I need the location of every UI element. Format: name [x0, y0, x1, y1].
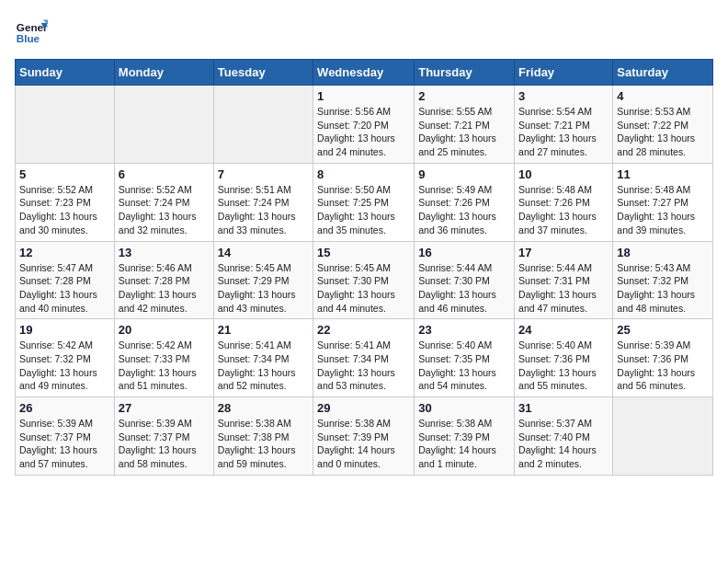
- day-info: Sunrise: 5:44 AM Sunset: 7:30 PM Dayligh…: [418, 261, 510, 316]
- calendar-week-row: 1Sunrise: 5:56 AM Sunset: 7:20 PM Daylig…: [16, 86, 713, 164]
- day-info: Sunrise: 5:38 AM Sunset: 7:39 PM Dayligh…: [317, 417, 410, 471]
- day-of-week-header: Sunday: [16, 60, 115, 86]
- day-info: Sunrise: 5:55 AM Sunset: 7:21 PM Dayligh…: [418, 105, 510, 159]
- day-of-week-header: Friday: [515, 60, 613, 86]
- calendar-cell: 12Sunrise: 5:47 AM Sunset: 7:28 PM Dayli…: [16, 241, 115, 319]
- day-info: Sunrise: 5:39 AM Sunset: 7:37 PM Dayligh…: [19, 417, 110, 471]
- calendar-week-row: 26Sunrise: 5:39 AM Sunset: 7:37 PM Dayli…: [16, 397, 713, 476]
- calendar-cell: 8Sunrise: 5:50 AM Sunset: 7:25 PM Daylig…: [313, 163, 415, 241]
- calendar-cell: 20Sunrise: 5:42 AM Sunset: 7:33 PM Dayli…: [114, 319, 213, 397]
- day-info: Sunrise: 5:39 AM Sunset: 7:37 PM Dayligh…: [119, 417, 210, 471]
- day-info: Sunrise: 5:43 AM Sunset: 7:32 PM Dayligh…: [617, 261, 709, 316]
- calendar-cell: 11Sunrise: 5:48 AM Sunset: 7:27 PM Dayli…: [613, 163, 713, 241]
- calendar-cell: [213, 86, 313, 164]
- calendar-cell: 30Sunrise: 5:38 AM Sunset: 7:39 PM Dayli…: [415, 397, 515, 476]
- day-number: 10: [518, 167, 609, 181]
- day-number: 24: [518, 323, 609, 337]
- day-number: 21: [218, 323, 309, 337]
- day-number: 20: [119, 323, 210, 337]
- day-info: Sunrise: 5:52 AM Sunset: 7:24 PM Dayligh…: [119, 183, 210, 237]
- calendar-cell: 14Sunrise: 5:45 AM Sunset: 7:29 PM Dayli…: [213, 241, 313, 319]
- day-info: Sunrise: 5:41 AM Sunset: 7:34 PM Dayligh…: [317, 339, 410, 393]
- day-info: Sunrise: 5:51 AM Sunset: 7:24 PM Dayligh…: [218, 183, 309, 237]
- day-number: 25: [617, 323, 709, 337]
- calendar-cell: [114, 86, 213, 164]
- calendar-cell: 10Sunrise: 5:48 AM Sunset: 7:26 PM Dayli…: [515, 163, 613, 241]
- calendar-cell: 28Sunrise: 5:38 AM Sunset: 7:38 PM Dayli…: [213, 397, 313, 476]
- day-info: Sunrise: 5:38 AM Sunset: 7:38 PM Dayligh…: [218, 417, 309, 471]
- day-info: Sunrise: 5:54 AM Sunset: 7:21 PM Dayligh…: [518, 105, 609, 159]
- calendar-cell: 6Sunrise: 5:52 AM Sunset: 7:24 PM Daylig…: [114, 163, 213, 241]
- day-info: Sunrise: 5:49 AM Sunset: 7:26 PM Dayligh…: [418, 183, 510, 237]
- day-info: Sunrise: 5:38 AM Sunset: 7:39 PM Dayligh…: [418, 417, 510, 471]
- day-number: 7: [218, 167, 309, 181]
- calendar-week-row: 19Sunrise: 5:42 AM Sunset: 7:32 PM Dayli…: [16, 319, 713, 397]
- day-info: Sunrise: 5:52 AM Sunset: 7:23 PM Dayligh…: [19, 183, 110, 237]
- day-info: Sunrise: 5:47 AM Sunset: 7:28 PM Dayligh…: [19, 261, 110, 316]
- calendar-cell: 21Sunrise: 5:41 AM Sunset: 7:34 PM Dayli…: [213, 319, 313, 397]
- day-number: 16: [418, 246, 510, 259]
- day-number: 19: [19, 323, 110, 337]
- day-number: 2: [418, 89, 510, 103]
- calendar-cell: 15Sunrise: 5:45 AM Sunset: 7:30 PM Dayli…: [313, 241, 415, 319]
- day-info: Sunrise: 5:40 AM Sunset: 7:36 PM Dayligh…: [518, 339, 609, 393]
- day-info: Sunrise: 5:42 AM Sunset: 7:32 PM Dayligh…: [19, 339, 110, 393]
- day-number: 4: [617, 89, 709, 103]
- calendar-cell: 31Sunrise: 5:37 AM Sunset: 7:40 PM Dayli…: [515, 397, 613, 476]
- calendar-table: SundayMondayTuesdayWednesdayThursdayFrid…: [15, 59, 713, 476]
- day-number: 11: [617, 167, 709, 181]
- calendar-cell: 4Sunrise: 5:53 AM Sunset: 7:22 PM Daylig…: [613, 86, 713, 164]
- calendar-cell: 24Sunrise: 5:40 AM Sunset: 7:36 PM Dayli…: [515, 319, 613, 397]
- day-info: Sunrise: 5:46 AM Sunset: 7:28 PM Dayligh…: [119, 261, 210, 316]
- calendar-cell: 2Sunrise: 5:55 AM Sunset: 7:21 PM Daylig…: [415, 86, 515, 164]
- day-info: Sunrise: 5:53 AM Sunset: 7:22 PM Dayligh…: [617, 105, 709, 159]
- calendar-cell: 26Sunrise: 5:39 AM Sunset: 7:37 PM Dayli…: [16, 397, 115, 476]
- day-number: 3: [518, 89, 609, 103]
- calendar-cell: 5Sunrise: 5:52 AM Sunset: 7:23 PM Daylig…: [16, 163, 115, 241]
- day-number: 22: [317, 323, 410, 337]
- day-of-week-header: Monday: [114, 60, 213, 86]
- calendar-week-row: 12Sunrise: 5:47 AM Sunset: 7:28 PM Dayli…: [16, 241, 713, 319]
- day-info: Sunrise: 5:50 AM Sunset: 7:25 PM Dayligh…: [317, 183, 410, 237]
- day-info: Sunrise: 5:39 AM Sunset: 7:36 PM Dayligh…: [617, 339, 709, 393]
- calendar-cell: 16Sunrise: 5:44 AM Sunset: 7:30 PM Dayli…: [415, 241, 515, 319]
- day-number: 27: [119, 401, 210, 415]
- day-info: Sunrise: 5:45 AM Sunset: 7:30 PM Dayligh…: [317, 261, 410, 316]
- day-of-week-header: Wednesday: [313, 60, 415, 86]
- calendar-week-row: 5Sunrise: 5:52 AM Sunset: 7:23 PM Daylig…: [16, 163, 713, 241]
- logo: General Blue: [15, 15, 53, 48]
- day-number: 5: [19, 167, 110, 181]
- calendar-cell: 1Sunrise: 5:56 AM Sunset: 7:20 PM Daylig…: [313, 86, 415, 164]
- day-number: 17: [518, 246, 609, 259]
- calendar-cell: 25Sunrise: 5:39 AM Sunset: 7:36 PM Dayli…: [613, 319, 713, 397]
- day-number: 30: [418, 401, 510, 415]
- day-info: Sunrise: 5:41 AM Sunset: 7:34 PM Dayligh…: [218, 339, 309, 393]
- day-info: Sunrise: 5:37 AM Sunset: 7:40 PM Dayligh…: [518, 417, 609, 471]
- calendar-cell: 29Sunrise: 5:38 AM Sunset: 7:39 PM Dayli…: [313, 397, 415, 476]
- calendar-cell: 23Sunrise: 5:40 AM Sunset: 7:35 PM Dayli…: [415, 319, 515, 397]
- day-number: 6: [119, 167, 210, 181]
- day-number: 29: [317, 401, 410, 415]
- day-number: 13: [119, 246, 210, 259]
- day-number: 26: [19, 401, 110, 415]
- calendar-cell: 3Sunrise: 5:54 AM Sunset: 7:21 PM Daylig…: [515, 86, 613, 164]
- day-number: 28: [218, 401, 309, 415]
- day-info: Sunrise: 5:42 AM Sunset: 7:33 PM Dayligh…: [119, 339, 210, 393]
- calendar-cell: [613, 397, 713, 476]
- day-info: Sunrise: 5:56 AM Sunset: 7:20 PM Dayligh…: [317, 105, 410, 159]
- day-info: Sunrise: 5:40 AM Sunset: 7:35 PM Dayligh…: [418, 339, 510, 393]
- day-number: 8: [317, 167, 410, 181]
- calendar-cell: 9Sunrise: 5:49 AM Sunset: 7:26 PM Daylig…: [415, 163, 515, 241]
- calendar-cell: 13Sunrise: 5:46 AM Sunset: 7:28 PM Dayli…: [114, 241, 213, 319]
- calendar-cell: 27Sunrise: 5:39 AM Sunset: 7:37 PM Dayli…: [114, 397, 213, 476]
- calendar-cell: 7Sunrise: 5:51 AM Sunset: 7:24 PM Daylig…: [213, 163, 313, 241]
- calendar-cell: 22Sunrise: 5:41 AM Sunset: 7:34 PM Dayli…: [313, 319, 415, 397]
- svg-text:Blue: Blue: [17, 32, 40, 44]
- day-number: 14: [218, 246, 309, 259]
- day-of-week-header: Thursday: [415, 60, 515, 86]
- calendar-cell: [16, 86, 115, 164]
- calendar-cell: 17Sunrise: 5:44 AM Sunset: 7:31 PM Dayli…: [515, 241, 613, 319]
- day-number: 31: [518, 401, 609, 415]
- day-number: 23: [418, 323, 510, 337]
- calendar-cell: 18Sunrise: 5:43 AM Sunset: 7:32 PM Dayli…: [613, 241, 713, 319]
